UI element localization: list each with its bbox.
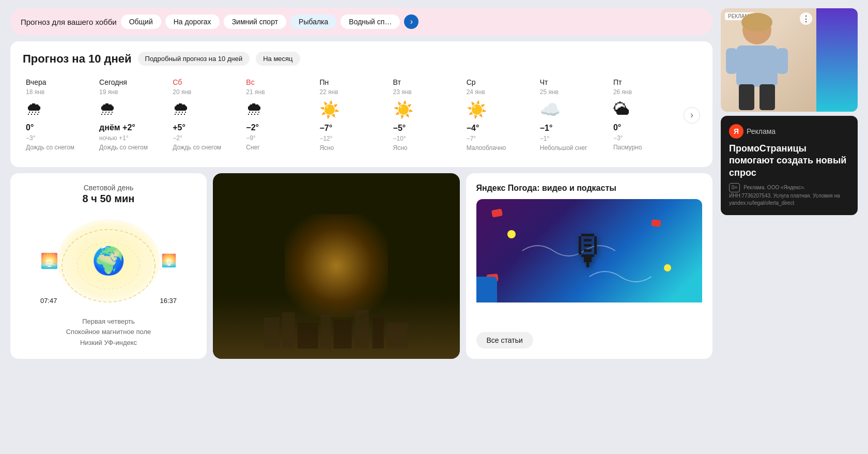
day-icon-5: ☀️ bbox=[393, 100, 414, 119]
svg-rect-2 bbox=[264, 317, 280, 349]
articles-card: Яндекс Погода: видео и подкасты bbox=[466, 173, 713, 359]
day-icon-1: 🌨 bbox=[99, 100, 116, 119]
day-icon-4: ☀️ bbox=[319, 100, 340, 119]
ad-promo[interactable]: Я Реклама ПромоСтраницы помогают создать… bbox=[721, 116, 858, 215]
ad-person bbox=[726, 12, 788, 112]
day-icon-6: ☀️ bbox=[467, 100, 487, 119]
day-col-0[interactable]: Вчера 18 янв 🌨 0° −3° Дождь со снегом bbox=[23, 74, 96, 157]
day-desc-5: Ясно bbox=[393, 144, 408, 153]
day-col-6[interactable]: Ср 24 янв ☀️ −4° −7° Малооблачно bbox=[463, 74, 537, 157]
daylight-card: Световой день 8 ч 50 мин 🌅 🌅 bbox=[10, 173, 207, 359]
moon-phase: Первая четверть bbox=[66, 316, 151, 327]
hobby-bar: Прогноз для вашего хобби Общий На дорога… bbox=[10, 8, 712, 35]
hobby-tag-winter[interactable]: Зимний спорт bbox=[224, 14, 286, 29]
video-card[interactable] bbox=[213, 173, 460, 359]
article-thumbnail[interactable]: 🎙 bbox=[476, 199, 703, 326]
day-name-3: Вс bbox=[246, 78, 254, 86]
day-name-0: Вчера bbox=[26, 78, 47, 86]
articles-title: Яндекс Погода: видео и подкасты bbox=[476, 184, 703, 193]
ad-more-button[interactable]: ⋮ bbox=[800, 12, 812, 25]
day-date-0: 18 янв bbox=[26, 88, 44, 96]
all-articles-button[interactable]: Все статьи bbox=[476, 332, 533, 349]
day-col-2[interactable]: Сб 20 янв 🌨 +5° −2° Дождь со снегом bbox=[169, 74, 243, 157]
svg-rect-6 bbox=[334, 320, 352, 349]
svg-rect-3 bbox=[282, 312, 295, 349]
day-tempsub-8: −3° bbox=[613, 134, 623, 142]
day-desc-2: Дождь со снегом bbox=[173, 144, 221, 152]
ad-promo-disclaimer: 0+ Реклама. ООО «Яндекс». ИНН:7736207543… bbox=[729, 183, 849, 207]
day-temp-1: днём +2° bbox=[99, 123, 135, 132]
svg-rect-13 bbox=[726, 48, 737, 74]
day-tempsub-7: −1° bbox=[540, 135, 549, 142]
day-temp-6: −4° bbox=[467, 124, 479, 133]
svg-rect-8 bbox=[373, 317, 384, 349]
day-col-1[interactable]: Сегодня 19 янв 🌨 днём +2° ночью +1° Дожд… bbox=[96, 74, 169, 157]
day-col-4[interactable]: Пн 22 янв ☀️ −7° −12° Ясно bbox=[316, 74, 390, 157]
day-icon-2: 🌨 bbox=[173, 100, 189, 119]
hobby-tag-water[interactable]: Водный сп… bbox=[340, 14, 400, 29]
day-desc-6: Малооблачно bbox=[467, 144, 506, 153]
bottom-grid: Световой день 8 ч 50 мин 🌅 🌅 bbox=[10, 173, 712, 359]
day-date-6: 24 янв bbox=[467, 88, 485, 96]
svg-rect-7 bbox=[354, 310, 369, 349]
day-date-4: 22 янв bbox=[319, 88, 338, 96]
day-col-3[interactable]: Вс 21 янв 🌨 −2° −9° Снег bbox=[243, 74, 316, 157]
magnetic-field: Спокойное магнитное поле bbox=[66, 327, 151, 338]
microphone-icon: 🎙 bbox=[568, 227, 610, 275]
forecast-month-btn[interactable]: На месяц bbox=[256, 52, 300, 66]
hobby-tag-roads[interactable]: На дорогах bbox=[165, 14, 220, 29]
day-col-5[interactable]: Вт 23 янв ☀️ −5° −10° Ясно bbox=[390, 74, 463, 157]
ad-purple-block bbox=[816, 8, 858, 112]
day-date-7: 25 янв bbox=[540, 88, 559, 96]
day-temp-0: 0° bbox=[26, 123, 34, 132]
day-temp-3: −2° bbox=[246, 123, 259, 132]
day-tempsub-0: −3° bbox=[26, 134, 35, 142]
sunset-icon: 🌅 bbox=[161, 253, 177, 268]
day-desc-3: Снег bbox=[246, 144, 259, 152]
hobby-label: Прогноз для вашего хобби bbox=[21, 18, 117, 26]
day-tempsub-4: −12° bbox=[319, 135, 332, 142]
svg-rect-9 bbox=[387, 323, 408, 349]
earth-icon: 🌍 bbox=[92, 245, 126, 276]
daylight-duration: 8 ч 50 мин bbox=[83, 193, 135, 205]
day-tempsub-3: −9° bbox=[246, 134, 255, 142]
svg-rect-14 bbox=[777, 48, 788, 74]
day-col-7[interactable]: Чт 25 янв ☁️ −1° −1° Небольшой снег bbox=[537, 74, 610, 157]
svg-rect-4 bbox=[298, 323, 318, 349]
day-name-2: Сб bbox=[173, 78, 182, 86]
svg-rect-15 bbox=[739, 84, 754, 110]
day-date-2: 20 янв bbox=[173, 88, 191, 96]
ad-panel: РЕКЛАМА ⋮ bbox=[721, 8, 858, 359]
hobby-tag-common[interactable]: Общий bbox=[121, 14, 161, 29]
days-container: Вчера 18 янв 🌨 0° −3° Дождь со снегом Се… bbox=[23, 74, 700, 157]
day-name-1: Сегодня bbox=[99, 78, 127, 86]
day-date-3: 21 янв bbox=[246, 88, 265, 96]
video-thumbnail bbox=[213, 173, 460, 359]
ad-promo-title: ПромоСтраницы помогают создать новый спр… bbox=[729, 143, 849, 179]
day-icon-8: 🌥 bbox=[613, 100, 630, 119]
svg-rect-12 bbox=[736, 46, 778, 87]
day-icon-7: ☁️ bbox=[540, 100, 561, 119]
hobby-more-button[interactable]: › bbox=[404, 14, 419, 29]
ad-promo-brand: Реклама bbox=[747, 127, 776, 135]
daylight-info: Первая четверть Спокойное магнитное поле… bbox=[66, 316, 151, 349]
day-desc-7: Небольшой снег bbox=[540, 144, 587, 153]
day-temp-5: −5° bbox=[393, 124, 406, 133]
svg-point-11 bbox=[741, 13, 772, 32]
ad-promo-logo: Я Реклама bbox=[729, 124, 849, 139]
ad-age: 0+ bbox=[729, 183, 740, 192]
forecast-title: Прогноз на 10 дней bbox=[23, 52, 132, 66]
hobby-tag-fishing[interactable]: Рыбалка bbox=[290, 14, 336, 29]
day-desc-1: Дождь со снегом bbox=[99, 144, 148, 152]
sunrise-time: 07:47 bbox=[40, 297, 57, 305]
day-col-8[interactable]: Пт 26 янв 🌥 0° −3° Пасмурно bbox=[610, 74, 684, 157]
ad-video-banner[interactable]: РЕКЛАМА ⋮ bbox=[721, 8, 858, 112]
day-tempsub-1: ночью +1° bbox=[99, 134, 128, 142]
day-date-8: 26 янв bbox=[613, 88, 632, 96]
forecast-header: Прогноз на 10 дней Подробный прогноз на … bbox=[23, 52, 700, 66]
days-next-button[interactable]: › bbox=[684, 107, 700, 124]
forecast-detailed-btn[interactable]: Подробный прогноз на 10 дней bbox=[138, 52, 250, 66]
yandex-logo: Я bbox=[729, 124, 743, 139]
day-desc-0: Дождь со снегом bbox=[26, 144, 74, 152]
ad-video-bg: РЕКЛАМА ⋮ bbox=[721, 8, 858, 112]
